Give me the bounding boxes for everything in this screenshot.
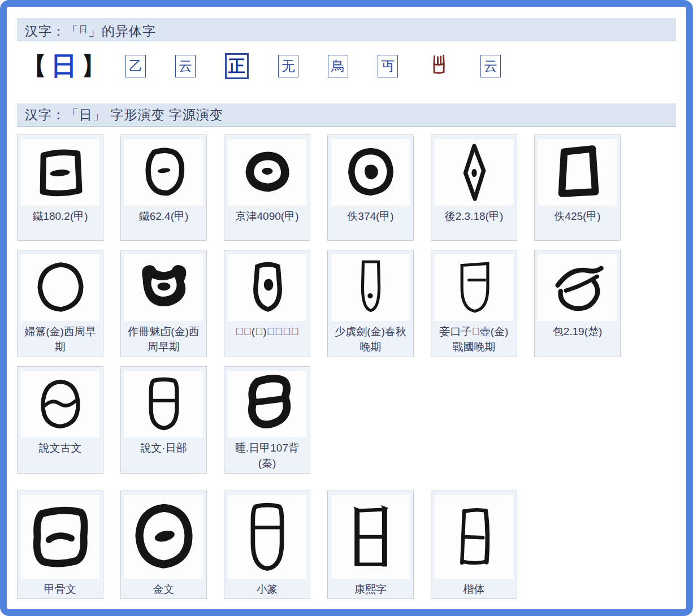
glyph-image-shuowen-seal xyxy=(124,371,203,437)
glyph-caption: 小篆 xyxy=(228,582,306,598)
variant-char-link[interactable]: 正 xyxy=(225,53,249,79)
glyph-image-xiaozhuan xyxy=(228,495,306,579)
glyph-card: 小篆 xyxy=(224,491,310,599)
glyph-image-kangxi xyxy=(331,495,410,579)
glyph-image-oracle-round-dash xyxy=(124,139,203,206)
glyph-image-kaiti xyxy=(435,495,513,579)
glyph-row-bronze: 婦簋(金)西周早期作冊魅卣(金)西周早期𤼈鐘(金)西周中期少虡劍(金)春秋晚期妾… xyxy=(17,250,676,357)
glyph-card: 佚425(甲) xyxy=(534,135,621,241)
glyph-image-qin-bold xyxy=(228,371,306,437)
page-frame: 汉字：「日」的异体字 【 日 】 乙云正无鳥丏云 汉字：「日」 字形演变 字源演… xyxy=(0,0,693,616)
glyph-card: 包2.19(楚) xyxy=(534,250,621,357)
glyph-image-bronze-circle xyxy=(21,254,99,321)
variant-char-link[interactable]: 鳥 xyxy=(328,55,348,77)
glyph-card: 康熙字 xyxy=(327,491,414,599)
glyph-card: 作冊魅卣(金)西周早期 xyxy=(120,250,207,357)
glyph-image-shuowen-guwen xyxy=(21,371,99,437)
bracket-close: 】 xyxy=(81,50,105,82)
glyph-card: 後2.3.18(甲) xyxy=(431,135,517,241)
glyph-card: 婦簋(金)西周早期 xyxy=(17,250,103,357)
glyph-image-jinwen xyxy=(124,495,203,579)
glyph-card: 鐵180.2(甲) xyxy=(17,135,103,241)
variant-items: 乙云正无鳥丏云 xyxy=(125,53,501,80)
glyph-caption: 京津4090(甲) xyxy=(228,209,306,225)
evolution-header-text-post: 」 字形演变 字源演变 xyxy=(93,107,223,122)
glyph-card: 甲骨文 xyxy=(17,491,103,599)
glyph-image-jiaguwen xyxy=(21,495,99,579)
glyph-caption: 鐵62.4(甲) xyxy=(124,209,203,225)
glyph-caption: 睡.日甲107背(秦) xyxy=(228,440,306,471)
glyph-image-bronze-shield-dot xyxy=(228,254,306,321)
evolution-grid: 鐵180.2(甲)鐵62.4(甲)京津4090(甲)佚374(甲)後2.3.18… xyxy=(17,135,676,599)
glyph-image-oracle-diamond-dot xyxy=(435,139,513,206)
glyph-card: 說文古文 xyxy=(17,366,103,474)
glyph-image-chu-eye xyxy=(538,254,617,321)
glyph-caption: 金文 xyxy=(124,582,203,598)
bracket-open: 【 xyxy=(23,50,46,82)
glyph-caption: 說文·日部 xyxy=(124,440,203,456)
glyph-row-seal: 說文古文說文·日部睡.日甲107背(秦) xyxy=(17,366,676,474)
glyph-caption: 妾口子𧊒壺(金)戰國晚期 xyxy=(435,324,513,352)
glyph-image-oracle-square-dash xyxy=(21,139,99,206)
glyph-caption: 作冊魅卣(金)西周早期 xyxy=(124,324,203,352)
variants-header-text-pre: 汉字：「 xyxy=(25,24,79,38)
variant-char-link[interactable]: 云 xyxy=(480,55,501,77)
glyph-card: 說文·日部 xyxy=(120,366,207,474)
variant-char-link[interactable]: 无 xyxy=(278,55,298,77)
glyph-caption: 楷体 xyxy=(435,582,513,598)
glyph-caption: 甲骨文 xyxy=(21,582,99,598)
glyph-image-bronze-tall-dot xyxy=(331,254,410,321)
glyph-card: 鐵62.4(甲) xyxy=(120,135,207,241)
glyph-caption: 包2.19(楚) xyxy=(538,324,617,352)
glyph-image-oracle-ring-slit xyxy=(228,139,306,206)
variant-row: 【 日 】 乙云正无鳥丏云 xyxy=(17,41,676,91)
glyph-card: 妾口子𧊒壺(金)戰國晚期 xyxy=(431,250,517,357)
variant-char-link[interactable]: 云 xyxy=(175,55,196,77)
glyph-image-bronze-tomb-dash xyxy=(435,254,513,321)
glyph-caption: 鐵180.2(甲) xyxy=(21,209,99,225)
variant-char-link[interactable]: 丏 xyxy=(378,55,398,77)
glyph-caption: 𤼈鐘(金)西周中期 xyxy=(228,324,306,352)
glyph-caption: 說文古文 xyxy=(21,440,99,456)
glyph-caption: 康熙字 xyxy=(331,582,410,598)
glyph-caption: 後2.3.18(甲) xyxy=(435,209,513,225)
glyph-card: 少虡劍(金)春秋晚期 xyxy=(327,250,414,357)
variant-glyph-image[interactable] xyxy=(427,53,451,80)
variants-header-bar: 汉字：「日」的异体字 xyxy=(17,18,676,41)
glyph-caption: 佚374(甲) xyxy=(331,209,410,225)
glyph-card: 睡.日甲107背(秦) xyxy=(224,366,310,474)
glyph-card: 京津4090(甲) xyxy=(224,135,310,241)
variants-header-text-post: 」的异体字 xyxy=(88,24,156,38)
evolution-header-char: 日 xyxy=(79,107,93,122)
glyph-caption: 少虡劍(金)春秋晚期 xyxy=(331,324,410,352)
glyph-image-bronze-pot xyxy=(124,254,203,321)
glyph-row-ancient: 鐵180.2(甲)鐵62.4(甲)京津4090(甲)佚374(甲)後2.3.18… xyxy=(17,135,676,241)
glyph-caption: 婦簋(金)西周早期 xyxy=(21,324,99,352)
main-character: 日 xyxy=(51,49,77,84)
glyph-card: 佚374(甲) xyxy=(327,135,414,241)
glyph-image-oracle-ring-dot xyxy=(331,139,410,206)
glyph-card: 楷体 xyxy=(431,491,517,599)
evolution-header-text-pre: 汉字：「 xyxy=(25,107,79,122)
glyph-caption: 佚425(甲) xyxy=(538,209,617,225)
glyph-row-final: 甲骨文金文小篆康熙字楷体 xyxy=(17,491,676,599)
glyph-card: 𤼈鐘(金)西周中期 xyxy=(224,250,310,357)
evolution-header-bar: 汉字：「日」 字形演变 字源演变 xyxy=(17,103,676,127)
variant-char-link[interactable]: 乙 xyxy=(125,55,146,77)
glyph-card: 金文 xyxy=(120,491,207,599)
glyph-image-oracle-square-empty xyxy=(538,139,617,206)
variants-header-char: 日 xyxy=(79,24,88,34)
